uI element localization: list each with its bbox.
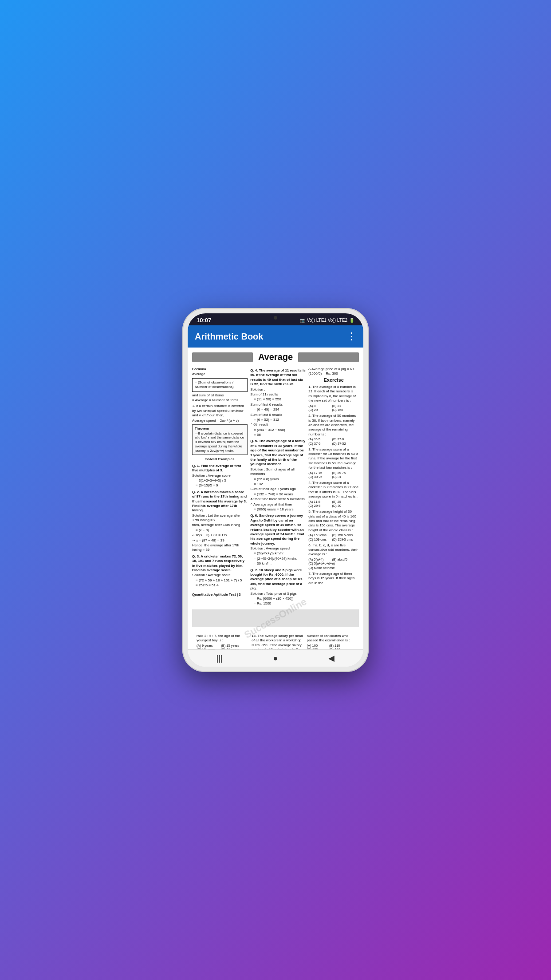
ex6-opt-a: (A) 5(a+4) (308, 557, 331, 562)
book-content[interactable]: Average Formula Average = (Sum of observ… (188, 348, 363, 649)
q2-calc1: = (x − 3) (196, 528, 248, 533)
chapter-bar-right (298, 352, 359, 362)
q3-calc2: = 257/5 = 51·4 (196, 583, 248, 588)
app-title: Arithmetic Book (195, 332, 263, 342)
book-page-1: Average Formula Average = (Sum of observ… (188, 348, 363, 649)
ex1-opt-a: (A) 8 (308, 404, 331, 408)
s-ex7-options: (A) 9 years (B) 15 years (C) 18 years (D… (197, 644, 249, 649)
q5-c7: = (90/5) years = 18 years. (254, 507, 306, 512)
q5-sol: Solution : Sum of ages of all members (250, 467, 306, 477)
content-columns: Formula Average = (Sum of observations /… (192, 367, 359, 607)
s-ex7-a: (A) 9 years (197, 644, 220, 648)
nav-bar: ||| ● ◀ (188, 649, 363, 667)
ex3: 3. The average score of a cricketer for … (308, 447, 359, 470)
signal-icon: 📷 (300, 318, 305, 323)
nav-home-button[interactable]: ● (273, 654, 278, 663)
second-page-columns: ratio 3 : 5 : 7, the age of the youngest… (197, 633, 354, 649)
q3-calc1: = (72 + 59 + 18 + 101 + 7) / 5 (196, 578, 248, 583)
s-ex7-cont: ratio 3 : 5 : 7, the age of the youngest… (197, 634, 249, 643)
camera-dot (274, 316, 277, 320)
phone-frame: 10:07 📷 Vo)) LTE1 Vo)) LTE2 🔋 Arithmetic… (182, 308, 369, 672)
q5-c4: = (132 − 7×6) = 90 years (254, 492, 306, 497)
q6-c2: = (2×40×24)/(40+24) km/hr. (254, 557, 306, 561)
s-ex16: 16. The average salary per head of all t… (252, 634, 304, 649)
col-left: Formula Average = (Sum of observations /… (192, 367, 248, 607)
q4-c4: = (294 + 312 − 550) (254, 428, 306, 432)
ex3-opt-a: (A) 17·15 (308, 471, 331, 475)
ex3-options: (A) 17·15 (B) 29·75 (C) 30·25 (D) 31 (308, 471, 359, 480)
nav-back-button[interactable]: ◀ (328, 653, 335, 663)
ex4-opt-c: (C) 29·5 (308, 504, 331, 508)
ex4-options: (A) 11·8 (B) 25 (C) 29·5 (D) 30 (308, 500, 359, 509)
ex6-opt-b: (B) abcd/5 (332, 557, 354, 562)
ex2: 2. The average of 50 numbers is 38. If t… (308, 414, 359, 437)
q5-text: Q. 5. The average age of a family of 6 m… (250, 439, 306, 466)
battery-icon: 🔋 (349, 318, 354, 323)
q4-sol1: Sum of 11 results (250, 392, 306, 397)
s-ex7-b: (B) 15 years (221, 644, 244, 648)
app-header: Arithmetic Book ⋮ (188, 325, 363, 348)
q1-calc1: = 3(1+2+3+4+5) / 5 (196, 478, 248, 483)
theorem-title: Theorem (195, 427, 245, 431)
ex2-options: (A) 36·5 (B) 37·0 (C) 37·5 (D) 37·52 (308, 437, 359, 446)
page-footer: Quantitative Aptitude Test | 3 (192, 591, 248, 597)
solved-title: Solved Examples (192, 457, 248, 462)
q4-sol2: Sum of first 6 results (250, 403, 306, 407)
ex4-opt-d: (D) 30 (332, 504, 354, 508)
page-break: SuccessOnline (192, 609, 359, 627)
chapter-bar-left (192, 352, 253, 362)
q4-sol-label: Solution : (250, 387, 306, 392)
rule1: 1. If a certain distance is covered by t… (192, 404, 248, 418)
q1-text: Q. 1. Find the average of first five mul… (192, 464, 248, 473)
q2-result: Hence, the average after 17th inning = 3… (192, 543, 248, 553)
q4-sol3: Sum of last 6 results (250, 413, 306, 417)
formula-box: = (Sum of observations / Number of obser… (192, 378, 248, 392)
s-right-options: (A) 100 (B) 110 (C) 120 (D) 150 (307, 644, 355, 649)
q4-c3: = (6 × 52) = 312 (254, 418, 306, 422)
q6-text: Q. 6. Sandeep covers a journey Agra to D… (250, 514, 306, 546)
s-r-a: (A) 100 (307, 644, 328, 648)
ex6-opt-d: (D) None of these (308, 566, 335, 570)
chapter-header: Average (192, 351, 359, 363)
ex5-opt-b: (B) 158·5 cms (332, 533, 354, 537)
q7-c1: = Rs. [6000 − (10 × 450)] (254, 597, 306, 601)
q5-c2: = 132 (254, 482, 306, 486)
ex4: 4. The average score of a cricketer in 2… (308, 481, 359, 499)
col-right: ∴ Average price of a pig = Rs. (1500/5) … (308, 367, 359, 607)
ex5-opt-c: (C) 159 cms (308, 537, 331, 542)
q5-c1: = (22 × 6) years (254, 477, 306, 482)
ex6: 6. If a, b, c, d, e are five consecutive… (308, 543, 359, 557)
q4-c5: = 56 (254, 433, 306, 437)
menu-button[interactable]: ⋮ (346, 331, 356, 342)
ex7: 7. The average age of three boys is 15 y… (308, 572, 359, 585)
nav-recent-button[interactable]: ||| (216, 654, 223, 663)
second-page: ratio 3 : 5 : 7, the age of the youngest… (192, 630, 359, 649)
ex2-opt-d: (D) 37·52 (332, 442, 354, 446)
q3-sol: Solution : Average score (192, 573, 248, 577)
avg-speed-label: Average speed = 2uv / (u + v) (192, 419, 248, 423)
ex2-opt-c: (C) 37·5 (308, 442, 331, 446)
exercise-title: Exercise (308, 377, 359, 383)
formula-text: = (Sum of observations / Number of obser… (195, 380, 245, 390)
second-col-middle: 16. The average salary per head of all t… (252, 633, 304, 649)
theorem-text: —If a certain distance is covered at u k… (195, 431, 245, 453)
second-col-left: ratio 3 : 5 : 7, the age of the youngest… (197, 633, 249, 649)
status-icons: 📷 Vo)) LTE1 Vo)) LTE2 🔋 (300, 318, 354, 323)
q5-c5: At that time there were 5 members. (250, 497, 306, 502)
ex5-opt-d: (D) 159·5 cms (332, 537, 354, 542)
ex1-opt-b: (B) 21 (332, 404, 354, 408)
q2-text: Q. 2. A batsman makes a score of 87 runs… (192, 490, 248, 513)
ex6-options: (A) 5(a+4) (B) abcd/5 (C) 5(a+b+c+d+e) (… (308, 557, 359, 570)
formula-note: and sum of all items (192, 393, 248, 398)
q2-calc2: ∴ 16(x − 3) + 87 = 17x (192, 533, 248, 537)
q2-sol2: then, average after 16th inning (192, 523, 248, 527)
q2-calc3: ⇒ x = (87 − 48) = 39 (192, 538, 248, 543)
formula-subheading: Average (192, 372, 248, 376)
q7-text: Q. 7. 10 sheep and 5 pigs were bought fo… (250, 568, 306, 591)
ex3-opt-b: (B) 29·75 (332, 471, 354, 475)
ex1-options: (A) 8 (B) 21 (C) 29 (D) 168 (308, 404, 359, 413)
ex4-opt-b: (B) 25 (332, 500, 354, 504)
q5-c3: Sum of their age 7 years ago (250, 487, 306, 491)
q7-sol: Solution : Total price of 5 pigs (250, 592, 306, 596)
q6-c3: = 30 km/hr. (254, 561, 306, 566)
